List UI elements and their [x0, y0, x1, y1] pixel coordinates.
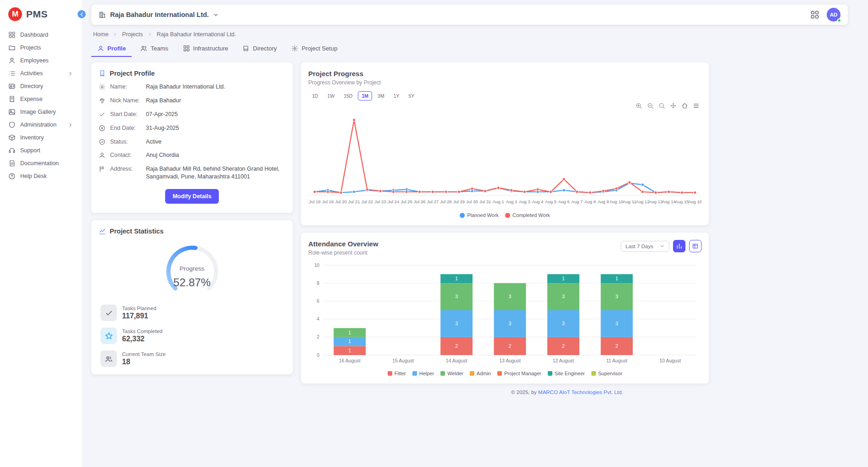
svg-text:Jul 21: Jul 21 [348, 199, 360, 204]
range-button-3m[interactable]: 3M [374, 91, 388, 100]
svg-text:Aug 1: Aug 1 [493, 199, 504, 204]
sidebar-item-label: Activities [20, 70, 43, 77]
svg-text:Aug 4: Aug 4 [532, 199, 544, 204]
svg-text:Aug 12: Aug 12 [636, 199, 650, 204]
chart-line-icon [99, 228, 106, 235]
svg-text:10 August: 10 August [659, 358, 681, 363]
modify-details-button[interactable]: Modify Details [165, 189, 219, 204]
sidebar-item-inventory[interactable]: Inventory [0, 131, 82, 144]
svg-text:Jul 31: Jul 31 [479, 199, 491, 204]
svg-text:15 August: 15 August [392, 358, 414, 363]
progress-line-chart[interactable]: Jul 18Jul 19Jul 20Jul 21Jul 22Jul 23Jul … [308, 110, 701, 211]
stat-tasks-completed: Tasks Completed 62,332 [100, 328, 284, 344]
svg-text:3: 3 [615, 321, 618, 326]
sidebar-item-label: Projects [20, 44, 41, 51]
svg-text:Jul 25: Jul 25 [401, 199, 412, 204]
sidebar-item-documentation[interactable]: Documentation [0, 157, 82, 170]
range-button-5y[interactable]: 5Y [405, 91, 418, 100]
field-name: Name: Raja Bahadur International Ltd. [99, 83, 285, 91]
table-icon [692, 243, 699, 250]
footer-company-link[interactable]: MARCO AIoT Technologies Pvt. Ltd. [538, 389, 623, 395]
sidebar-item-directory[interactable]: Directory [0, 80, 82, 93]
stat-label: Tasks Completed [122, 328, 162, 334]
legend-marker [412, 371, 417, 376]
project-progress-card: Project Progress Progress Overview by Pr… [301, 62, 709, 225]
tab-profile[interactable]: Profile [91, 41, 132, 57]
svg-text:Aug 3: Aug 3 [519, 199, 530, 204]
legend-item[interactable]: Fitter [388, 371, 406, 376]
breadcrumb-projects[interactable]: Projects [122, 31, 143, 38]
legend-item[interactable]: Project Manager [497, 371, 541, 376]
svg-text:2: 2 [317, 334, 319, 339]
fingerprint-icon [99, 97, 106, 104]
legend-item[interactable]: Completed Work [505, 212, 550, 218]
app-logo[interactable]: M PMS [0, 0, 82, 28]
svg-text:1: 1 [348, 348, 351, 353]
receipt-icon [8, 95, 16, 103]
home-reset-icon[interactable] [681, 102, 688, 109]
range-button-1w[interactable]: 1W [323, 91, 338, 100]
svg-text:Aug 15: Aug 15 [675, 199, 689, 204]
footer: © 2025, by MARCO AIoT Technologies Pvt. … [91, 384, 848, 400]
user-avatar[interactable]: AD [827, 8, 840, 22]
sidebar-item-dashboard[interactable]: Dashboard [0, 28, 82, 41]
date-range-select[interactable]: Last 7 Days [621, 241, 669, 252]
sidebar-item-support[interactable]: Support [0, 144, 82, 157]
zoom-in-icon[interactable] [635, 102, 642, 109]
tab-teams[interactable]: Teams [134, 41, 174, 57]
tab-infrastructure[interactable]: Infrastructure [177, 41, 234, 57]
stat-value: 18 [122, 358, 166, 366]
pan-icon[interactable] [670, 102, 677, 109]
field-label: Name: [110, 83, 141, 91]
zoom-out-icon[interactable] [647, 102, 654, 109]
chevron-down-icon [660, 244, 665, 249]
legend-item[interactable]: Site Engineer [548, 371, 585, 376]
svg-text:3: 3 [509, 294, 512, 299]
tab-label: Project Setup [301, 45, 337, 52]
legend-marker [591, 371, 596, 376]
star-icon [100, 328, 117, 344]
table-view-button[interactable] [689, 240, 701, 252]
bar-chart-view-button[interactable] [673, 240, 685, 252]
card-subtitle: Progress Overview by Project [308, 79, 701, 86]
sidebar-item-help-desk[interactable]: Help Desk [0, 170, 82, 183]
sidebar-item-projects[interactable]: Projects [0, 41, 82, 54]
chevron-right-icon [147, 32, 153, 37]
apps-grid-icon[interactable] [810, 10, 819, 19]
sidebar-item-activities[interactable]: Activities [0, 67, 82, 80]
svg-text:16 August: 16 August [339, 358, 361, 363]
range-button-1m[interactable]: 1M [358, 91, 372, 100]
svg-text:Jul 26: Jul 26 [414, 199, 425, 204]
legend-item[interactable]: Planned Work [460, 212, 499, 218]
range-button-1d[interactable]: 1D [308, 91, 322, 100]
sidebar-item-expense[interactable]: Expense [0, 93, 82, 106]
legend-label: Supervisor [598, 371, 623, 376]
legend-item[interactable]: Welder [440, 371, 463, 376]
selection-zoom-icon[interactable] [658, 102, 665, 109]
svg-text:Jul 19: Jul 19 [322, 199, 334, 204]
sidebar-item-employees[interactable]: Employees [0, 54, 82, 67]
sidebar-item-image-gallery[interactable]: Image Gallery [0, 106, 82, 118]
svg-text:Jul 23: Jul 23 [374, 199, 386, 204]
breadcrumb: Home Projects Raja Bahadur International… [91, 25, 848, 40]
legend-item[interactable]: Helper [412, 371, 434, 376]
bar-chart-legend: FitterHelperWelderAdminProject ManagerSi… [308, 371, 701, 376]
tab-directory[interactable]: Directory [237, 41, 283, 57]
legend-item[interactable]: Supervisor [591, 371, 623, 376]
menu-icon[interactable] [693, 102, 700, 109]
folder-icon [8, 44, 16, 51]
tab-project-setup[interactable]: Project Setup [285, 41, 343, 57]
card-title: Project Progress [308, 70, 363, 78]
sidebar-item-administration[interactable]: Administration [0, 118, 82, 131]
legend-item[interactable]: Admin [470, 371, 491, 376]
legend-marker [505, 213, 510, 218]
range-button-15d[interactable]: 15D [340, 91, 356, 100]
tab-label: Infrastructure [193, 45, 228, 52]
legend-marker [460, 213, 465, 218]
breadcrumb-home[interactable]: Home [93, 31, 108, 38]
sidebar-collapse-button[interactable] [77, 9, 87, 19]
attendance-bar-chart[interactable]: 024681011116 August15 August233114 Augus… [308, 261, 701, 369]
svg-text:8: 8 [317, 281, 319, 286]
range-button-1y[interactable]: 1Y [390, 91, 403, 100]
company-switcher[interactable]: Raja Bahadur International Ltd. [99, 11, 219, 18]
